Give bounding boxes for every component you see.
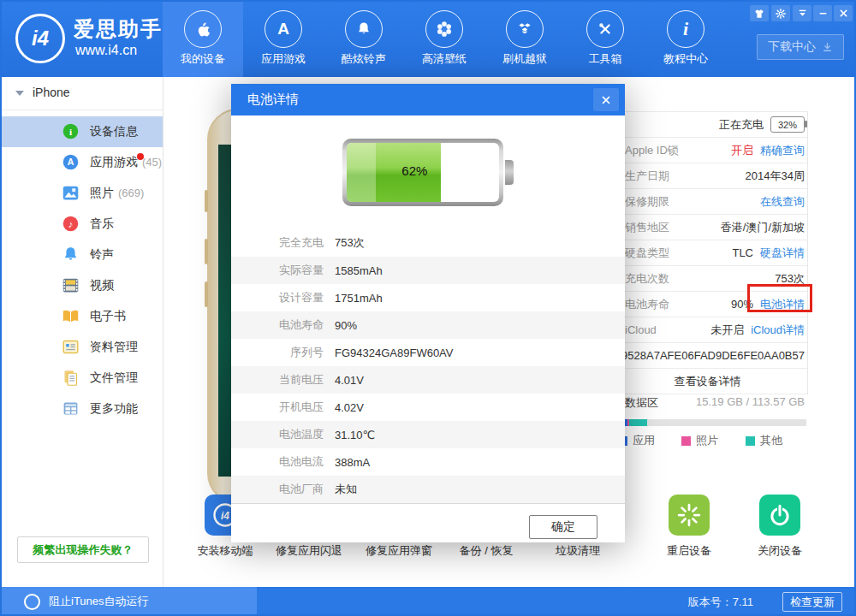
nav-app-games[interactable]: A 应用游戏: [243, 0, 324, 77]
sales-region-row: 销售地区 香港/澳门/新加坡: [608, 215, 807, 240]
sidebar-item-file-management[interactable]: 文件管理: [2, 363, 163, 394]
itunes-toggle-label: 阻止iTunes自动运行: [49, 594, 149, 609]
ok-button[interactable]: 确定: [529, 515, 597, 539]
close-icon[interactable]: [834, 5, 853, 21]
app-url: www.i4.cn: [75, 43, 137, 58]
table-row: 当前电压4.01V: [231, 366, 625, 394]
precise-query-link[interactable]: 精确查询: [760, 143, 805, 158]
minimize-icon[interactable]: [813, 5, 832, 21]
appstore-icon: A: [62, 153, 80, 171]
skin-icon[interactable]: [750, 5, 769, 21]
legend-other: 其他: [746, 433, 782, 448]
collapse-menu-icon[interactable]: [793, 5, 811, 21]
power-icon: [759, 495, 800, 536]
sidebar-item-videos[interactable]: 视频: [2, 270, 163, 301]
sidebar: iPhone i 设备信息 A 应用游戏(45) 照片(669) ♪ 音乐: [2, 77, 163, 587]
battery-details-link[interactable]: 电池详情: [760, 297, 805, 312]
svg-text:♪: ♪: [68, 219, 74, 229]
storage-section: 数据区 15.19 GB / 113.57 GB 应用 照片 其他: [608, 395, 807, 426]
sidebar-item-music[interactable]: ♪ 音乐: [2, 209, 163, 240]
sidebar-item-device-info[interactable]: i 设备信息: [2, 116, 163, 147]
nav-ringtones[interactable]: 酷炫铃声: [324, 0, 404, 77]
device-info-panel: 正在充电 32% Apple ID锁 开启 精确查询 生产日期 2014年34周…: [608, 111, 808, 394]
version-label: 版本号：7.11: [688, 595, 753, 610]
table-row: 序列号FG94324GA89FW60AV: [231, 339, 625, 366]
sidebar-item-data-management[interactable]: 资料管理: [2, 332, 163, 363]
table-row: 设计容量1751mAh: [231, 284, 625, 311]
nav-my-device[interactable]: 我的设备: [163, 0, 243, 77]
notification-dot: [137, 153, 144, 160]
disk-type-row: 硬盘类型 TLC 硬盘详情: [608, 240, 807, 266]
table-row: 电池厂商未知: [231, 476, 625, 503]
sidebar-item-more-features[interactable]: 更多功能: [2, 394, 163, 424]
header: i4 爱思助手 www.i4.cn 我的设备 A 应用游戏 酷炫铃声: [0, 0, 856, 77]
i4-logo-icon: i4: [15, 14, 65, 63]
download-center-button[interactable]: 下载中心: [757, 34, 844, 60]
battery-percent-label: 62%: [401, 163, 427, 178]
table-row: 完全充电753次: [231, 229, 625, 257]
battery-graphic-zone: 62%: [231, 116, 625, 229]
storage-segment-other: [629, 419, 647, 426]
legend-photos: 照片: [681, 433, 718, 448]
photos-icon: [62, 184, 80, 202]
nav-toolbox[interactable]: 工具箱: [565, 0, 645, 77]
device-selector[interactable]: iPhone: [2, 77, 163, 110]
apple-icon: [184, 10, 222, 48]
download-icon: [822, 42, 833, 53]
app-title: 爱思助手: [74, 15, 163, 43]
disk-details-link[interactable]: 硬盘详情: [760, 246, 805, 261]
table-row: 开机电压4.02V: [231, 394, 625, 421]
view-device-details-button[interactable]: 查看设备详情: [608, 369, 807, 394]
table-row: 实际容量1585mAh: [231, 257, 625, 284]
battery-details-dialog: 电池详情 62% 完全充电753次 实际容量1585mAh 设计容量1751mA…: [231, 84, 625, 542]
nav-tutorials[interactable]: i 教程中心: [645, 0, 726, 77]
serial-number-row: 39528A7AFE06FAD9DE6FE0AA0B57: [608, 343, 807, 369]
battery-graphic: 62%: [342, 139, 503, 206]
brand-logo: i4 爱思助手 www.i4.cn: [10, 10, 164, 70]
sidebar-item-app-games[interactable]: A 应用游戏(45): [2, 147, 163, 178]
dialog-close-icon[interactable]: [593, 88, 619, 111]
settings-gear-icon[interactable]: [771, 5, 790, 21]
tools-icon: [586, 10, 624, 48]
storage-label: 数据区: [625, 395, 658, 411]
video-icon: [62, 276, 80, 294]
box-icon: [506, 10, 544, 48]
svg-text:i4: i4: [221, 510, 229, 522]
appstore-icon: A: [265, 10, 302, 48]
icloud-row: iCloud 未开启 iCloud详情: [608, 317, 807, 343]
dialog-title: 电池详情: [247, 92, 299, 108]
battery-level-icon: 32%: [770, 116, 805, 133]
warranty-row: 保修期限 在线查询: [608, 189, 807, 215]
storage-bar: [608, 419, 806, 426]
music-icon: ♪: [62, 215, 80, 233]
book-icon: [62, 307, 80, 325]
dialog-footer: 确定: [231, 503, 625, 543]
device-info-icon: i: [62, 122, 80, 140]
production-date-row: 生产日期 2014年34周: [608, 163, 807, 189]
online-query-link[interactable]: 在线查询: [760, 194, 805, 210]
bell-icon: [62, 246, 80, 264]
feature-restart-device[interactable]: 重启设备: [653, 495, 725, 559]
nav-flash-jailbreak[interactable]: 刷机越狱: [484, 0, 565, 77]
photos-color-swatch: [681, 436, 691, 446]
operation-failed-help-button[interactable]: 频繁出现操作失败？: [17, 536, 149, 563]
itunes-toggle-area: 阻止iTunes自动运行: [0, 587, 257, 616]
dialog-titlebar: 电池详情: [231, 84, 625, 116]
battery-terminal: [505, 160, 514, 185]
feature-shutdown-device[interactable]: 关闭设备: [744, 495, 816, 559]
storage-usage: 15.19 GB / 113.57 GB: [696, 395, 805, 408]
icloud-details-link[interactable]: iCloud详情: [751, 323, 805, 338]
data-card-icon: [62, 338, 80, 356]
itunes-toggle-radio[interactable]: [24, 594, 40, 610]
sidebar-item-ebooks[interactable]: 电子书: [2, 301, 163, 332]
other-color-swatch: [746, 436, 755, 446]
sidebar-item-ringtones[interactable]: 铃声: [2, 240, 163, 270]
nav-wallpapers[interactable]: 高清壁纸: [404, 0, 484, 77]
sidebar-item-photos[interactable]: 照片(669): [2, 178, 163, 209]
table-row: 电池电流388mA: [231, 448, 625, 476]
files-icon: [62, 369, 80, 387]
table-row: 电池温度31.10℃: [231, 421, 625, 448]
charge-count-row: 充电次数 753次: [608, 266, 807, 292]
check-update-button[interactable]: 检查更新: [782, 592, 842, 612]
svg-text:A: A: [68, 157, 74, 167]
